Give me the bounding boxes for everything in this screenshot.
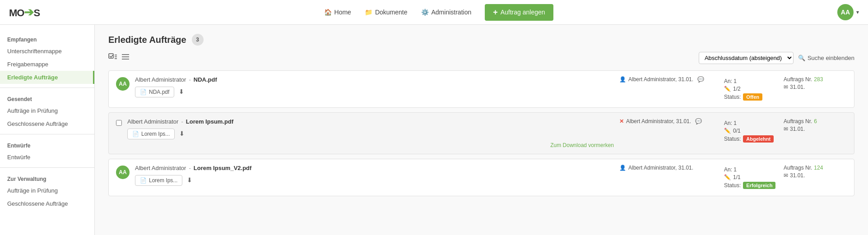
- download-vormerken-link[interactable]: Zum Download vormerken: [550, 142, 614, 148]
- x-icon: ✕: [619, 118, 624, 124]
- sidebar-item-unterschriftenmappe[interactable]: Unterschriftenmappe: [0, 45, 94, 58]
- new-order-label: Auftrag anlegen: [501, 9, 545, 16]
- logo: MO➔S: [9, 5, 40, 19]
- list-view-icon[interactable]: [121, 53, 130, 63]
- auftrags-label: Auftrags Nr.: [784, 165, 812, 171]
- file-icon: 📄: [132, 131, 139, 137]
- auftrags-nr-link[interactable]: 283: [814, 76, 823, 83]
- status-badge: Offen: [743, 93, 762, 101]
- sidebar: Empfangen Unterschriftenmappe Freigabema…: [0, 25, 95, 235]
- order-date: 31.01.: [790, 126, 805, 132]
- auftrags-label: Auftrags Nr.: [784, 76, 812, 83]
- nav-dokumente-label: Dokumente: [375, 9, 408, 16]
- order-ids-col: Auftrags Nr. 6 ✉ 31.01.: [784, 118, 847, 134]
- auftrags-nr-link[interactable]: 124: [814, 165, 823, 171]
- order-dash: -: [189, 76, 190, 83]
- download-icon[interactable]: ⬇: [187, 176, 192, 184]
- page-title: Erledigte Aufträge: [108, 35, 186, 45]
- comment-icon[interactable]: 💬: [695, 118, 702, 124]
- order-filename: Lorem Ipsum_V2.pdf: [194, 165, 252, 171]
- status-label-prefix: Status:: [724, 182, 741, 189]
- an-label: An: 1: [724, 120, 737, 126]
- assignee-col: ✕ Albert Administrator, 31.01. 💬: [619, 118, 719, 124]
- auftrags-nr-link[interactable]: 6: [814, 118, 817, 124]
- assignee-name: Albert Administrator, 31.01.: [628, 165, 693, 171]
- order-main: Albert Administrator - Lorem Ipsum.pdf 📄…: [127, 118, 614, 148]
- order-main: Albert Administrator - NDA.pdf 📄 NDA.pdf…: [135, 76, 614, 97]
- gear-icon: ⚙️: [421, 9, 429, 16]
- search-icon: 🔍: [798, 55, 805, 61]
- sort-select[interactable]: Abschlussdatum (absteigend): [699, 52, 794, 64]
- person-icon: 👤: [619, 165, 626, 171]
- orders-list: AA Albert Administrator - NDA.pdf 📄 NDA.…: [108, 70, 854, 196]
- file-label: Lorem Ips...: [141, 131, 170, 137]
- order-main: Albert Administrator - Lorem Ipsum_V2.pd…: [135, 165, 614, 186]
- download-icon[interactable]: ⬇: [179, 130, 185, 137]
- sign-ratio: 0/1: [733, 128, 741, 134]
- auftrags-label: Auftrags Nr.: [784, 118, 812, 124]
- sidebar-item-entwuerfe[interactable]: Entwürfe: [0, 151, 94, 164]
- sidebar-item-auftraege-pruefung-g[interactable]: Aufträge in Prüfung: [0, 104, 94, 117]
- nav-administration-label: Administration: [432, 9, 472, 16]
- numbers-col: An: 1 ✏️ 1/2 Status: Offen: [724, 78, 778, 102]
- search-toggle[interactable]: 🔍 Suche einblenden: [798, 55, 854, 61]
- comment-icon[interactable]: 💬: [697, 76, 704, 83]
- mail-icon: ✉: [784, 126, 788, 132]
- edit-icon: ✏️: [724, 174, 731, 180]
- status-label-prefix: Status:: [724, 136, 741, 142]
- main-content: Erledigte Aufträge 3: [95, 25, 868, 235]
- assignee-name: Albert Administrator, 31.01.: [626, 118, 691, 124]
- new-order-button[interactable]: + Auftrag anlegen: [485, 4, 553, 21]
- dokumente-icon: 📁: [365, 9, 372, 16]
- order-avatar: AA: [116, 166, 130, 179]
- user-avatar-wrapper[interactable]: AA ▾: [837, 4, 859, 20]
- edit-icon: ✏️: [724, 128, 731, 134]
- order-dash: -: [181, 118, 183, 125]
- order-ids-col: Auftrags Nr. 124 ✉ 31.01.: [784, 165, 847, 180]
- sidebar-section-entwuerfe: Entwürfe: [0, 138, 94, 151]
- file-label: NDA.pdf: [149, 89, 169, 95]
- order-checkbox[interactable]: [116, 120, 122, 126]
- assignee-col: 👤 Albert Administrator, 31.01. 💬: [619, 76, 719, 83]
- nav-home[interactable]: 🏠 Home: [324, 9, 351, 16]
- file-button[interactable]: 📄 Lorem Ips...: [135, 175, 182, 186]
- mail-icon: ✉: [784, 172, 788, 179]
- an-label: An: 1: [724, 166, 737, 173]
- order-author: Albert Administrator: [127, 118, 178, 125]
- an-label: An: 1: [724, 78, 737, 84]
- order-ids-col: Auftrags Nr. 283 ✉ 31.01.: [784, 76, 847, 92]
- chevron-down-icon: ▾: [856, 9, 859, 15]
- download-icon[interactable]: ⬇: [179, 88, 184, 95]
- order-row: AA Albert Administrator - NDA.pdf 📄 NDA.…: [108, 70, 854, 108]
- sidebar-item-erledigte-auftraege[interactable]: Erledigte Aufträge: [0, 71, 94, 84]
- sidebar-section-gesendet: Gesendet: [0, 92, 94, 104]
- sidebar-item-freigabemappe[interactable]: Freigabemappe: [0, 58, 94, 71]
- order-author: Albert Administrator: [135, 76, 186, 83]
- select-all-icon[interactable]: [108, 53, 117, 63]
- order-dash: -: [189, 165, 190, 171]
- file-button[interactable]: 📄 Lorem Ips...: [127, 129, 175, 139]
- person-icon: 👤: [619, 76, 626, 83]
- file-button[interactable]: 📄 NDA.pdf: [135, 87, 174, 97]
- order-row: Albert Administrator - Lorem Ipsum.pdf 📄…: [108, 112, 854, 154]
- numbers-col: An: 1 ✏️ 1/1 Status: Erfolgreich: [724, 166, 778, 190]
- order-author: Albert Administrator: [135, 165, 186, 171]
- status-badge: Erfolgreich: [743, 182, 775, 189]
- nav-administration[interactable]: ⚙️ Administration: [421, 9, 472, 16]
- file-icon: 📄: [140, 89, 147, 95]
- sidebar-item-geschlossene-v[interactable]: Geschlossene Aufträge: [0, 197, 94, 210]
- sidebar-item-auftraege-pruefung-v[interactable]: Aufträge in Prüfung: [0, 184, 94, 197]
- order-avatar: AA: [116, 77, 130, 91]
- sidebar-section-empfangen: Empfangen: [0, 32, 94, 45]
- edit-icon: ✏️: [724, 86, 731, 92]
- assignee-col: 👤 Albert Administrator, 31.01.: [619, 165, 719, 171]
- status-label-prefix: Status:: [724, 94, 741, 100]
- sidebar-item-geschlossene-g[interactable]: Geschlossene Aufträge: [0, 117, 94, 130]
- assignee-name: Albert Administrator, 31.01.: [628, 76, 693, 83]
- order-date: 31.01.: [790, 172, 805, 179]
- sidebar-section-verwaltung: Zur Verwaltung: [0, 171, 94, 184]
- nav-dokumente[interactable]: 📁 Dokumente: [365, 9, 408, 16]
- sign-ratio: 1/2: [733, 86, 741, 92]
- home-icon: 🏠: [324, 9, 332, 16]
- avatar: AA: [837, 4, 854, 20]
